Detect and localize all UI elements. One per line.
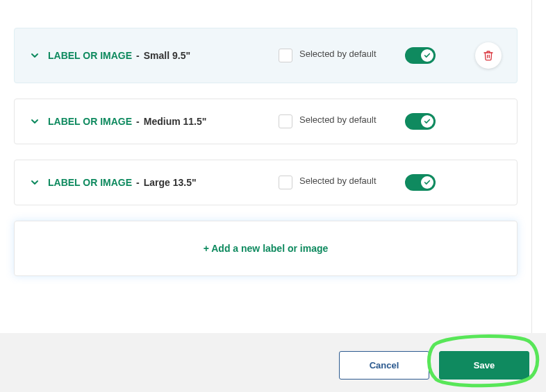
- selected-by-default-label: Selected by default: [299, 176, 377, 187]
- enable-toggle[interactable]: [405, 174, 436, 191]
- option-name: Small 9.5": [144, 50, 190, 61]
- check-icon: [424, 118, 431, 125]
- selected-by-default-group: Selected by default: [279, 176, 383, 189]
- chevron-down-icon[interactable]: [30, 51, 40, 60]
- check-icon: [424, 52, 431, 59]
- chevron-down-icon[interactable]: [30, 178, 40, 187]
- check-icon: [424, 179, 431, 186]
- option-prefix: LABEL OR IMAGE: [48, 177, 132, 188]
- toggle-knob: [421, 115, 433, 128]
- option-row: LABEL OR IMAGE - Large 13.5" Selected by…: [14, 160, 518, 205]
- toggle-knob: [421, 49, 433, 62]
- option-row: LABEL OR IMAGE - Small 9.5" Selected by …: [14, 28, 518, 83]
- toggle-knob: [421, 176, 433, 189]
- selected-by-default-label: Selected by default: [299, 114, 377, 126]
- option-title: LABEL OR IMAGE - Small 9.5": [48, 50, 270, 61]
- option-title: LABEL OR IMAGE - Medium 11.5": [48, 116, 270, 127]
- chevron-down-icon[interactable]: [30, 117, 40, 126]
- option-name: Large 13.5": [144, 177, 197, 188]
- trash-icon: [483, 50, 494, 61]
- enable-toggle[interactable]: [405, 47, 436, 64]
- footer-actions: Cancel Save: [0, 333, 546, 392]
- cancel-button[interactable]: Cancel: [339, 351, 429, 380]
- selected-by-default-group: Selected by default: [279, 49, 383, 62]
- option-name: Medium 11.5": [144, 116, 207, 127]
- option-prefix: LABEL OR IMAGE: [48, 116, 132, 127]
- selected-by-default-label: Selected by default: [299, 49, 377, 60]
- add-label-or-image-button[interactable]: + Add a new label or image: [14, 221, 518, 276]
- option-title: LABEL OR IMAGE - Large 13.5": [48, 177, 270, 188]
- add-label-text: + Add a new label or image: [204, 243, 329, 254]
- selected-by-default-group: Selected by default: [279, 114, 383, 128]
- selected-by-default-checkbox[interactable]: [279, 49, 292, 62]
- enable-toggle[interactable]: [405, 113, 436, 130]
- option-row: LABEL OR IMAGE - Medium 11.5" Selected b…: [14, 99, 518, 144]
- option-prefix: LABEL OR IMAGE: [48, 50, 132, 61]
- selected-by-default-checkbox[interactable]: [279, 114, 292, 128]
- delete-button[interactable]: [475, 42, 502, 69]
- selected-by-default-checkbox[interactable]: [279, 176, 292, 189]
- save-button[interactable]: Save: [439, 351, 529, 380]
